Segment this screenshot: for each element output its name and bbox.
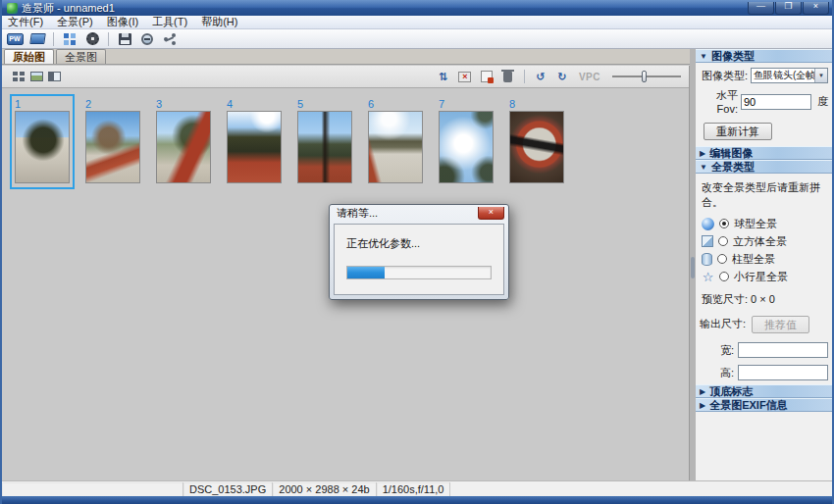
grid-view-button[interactable] [10,70,27,84]
thumbnail-photo[interactable] [509,111,564,183]
height-input[interactable] [738,365,828,380]
thumbnail-photo[interactable] [439,111,494,183]
app-window: 造景师 - unnamed1 — ❐ × 文件(F) 全景(P) 图像(I) 工… [0,0,834,504]
maximize-button[interactable]: ❐ [775,2,802,15]
trash-icon [503,72,512,82]
section-header-exif[interactable]: ▶ 全景图EXIF信息 [696,398,832,412]
thumbnail-item[interactable]: 2 [80,94,145,189]
settings-button[interactable] [82,30,102,47]
radio-spherical[interactable] [719,219,729,228]
thumbnail-item[interactable]: 1 [10,94,75,189]
thumbnail-photo[interactable] [227,111,282,183]
share-icon [164,33,176,45]
section-header-edit-image[interactable]: ▶ 编辑图像 [696,146,832,160]
collapse-arrow-icon: ▶ [700,387,705,396]
thumbnail-item[interactable]: 8 [504,94,569,189]
remove-image-button[interactable]: × [456,70,474,84]
menu-help[interactable]: 帮助(H) [201,15,237,29]
menu-tools[interactable]: 工具(T) [152,15,187,29]
preview-button[interactable] [137,30,157,47]
delete-all-button[interactable] [499,70,517,84]
dialog-title-bar[interactable]: 请稍等... × [330,205,508,222]
thumbnail-item[interactable]: 7 [434,94,498,189]
image-type-label: 图像类型: [700,69,748,83]
open-project-button[interactable] [27,30,47,47]
close-icon: × [813,2,818,11]
stitch-button[interactable] [60,30,79,47]
output-size-label: 输出尺寸: [700,317,746,331]
section-header-image-type[interactable]: ▼ 图像类型 [696,49,832,63]
dialog-close-button[interactable]: × [478,207,504,220]
share-button[interactable] [160,30,180,47]
thumbnail-item[interactable]: 4 [222,94,287,189]
slider-handle[interactable] [642,71,647,82]
option-spherical[interactable]: 球型全景 [700,216,828,231]
close-button[interactable]: × [803,2,829,15]
collapse-arrow-icon: ▼ [700,52,707,61]
width-input[interactable] [738,342,828,358]
recalculate-button[interactable]: 重新计算 [704,123,772,140]
collapse-arrow-icon: ▶ [700,401,705,410]
window-title: 造景师 - unnamed1 [22,1,115,16]
thumbnail-number: 4 [227,98,282,111]
thumbnail-item[interactable]: 3 [151,94,216,189]
thumbnail-toolbar: ⇅ × ↺ ↻ VPC [2,66,689,88]
image-type-section: 图像类型: 鱼眼镜头(全帧图) ▼ 水平Fov: 度 重新计算 [696,63,832,146]
image-type-select[interactable]: 鱼眼镜头(全帧图) ▼ [751,68,828,83]
thumbnail-item[interactable]: 6 [363,94,428,189]
thumbnail-number: 1 [15,98,70,111]
dialog-message: 正在优化参数... [335,225,503,251]
option-cylindrical[interactable]: 柱型全景 [700,251,828,267]
progress-bar [346,266,492,279]
thumbnail-item[interactable]: 5 [292,94,357,189]
section-header-pano-type[interactable]: ▼ 全景类型 [696,160,832,174]
toolbar-separator [108,32,109,46]
thumbnail-number: 2 [85,98,140,111]
fov-input[interactable] [741,94,811,110]
image-view-icon [30,72,43,81]
option-cubic[interactable]: 立方体全景 [700,233,828,249]
radio-cylindrical[interactable] [717,254,727,264]
add-image-button[interactable] [478,70,495,84]
app-icon [7,3,18,14]
image-view-button[interactable] [27,70,45,84]
tab-panorama[interactable]: 全景图 [56,49,106,64]
vpc-label: VPC [579,72,600,82]
zoom-out-icon [141,33,153,45]
menu-file[interactable]: 文件(F) [8,15,43,29]
thumbnail-photo[interactable] [85,111,140,183]
menu-image[interactable]: 图像(I) [107,15,138,29]
tab-original-images[interactable]: 原始图 [4,49,54,64]
save-icon [119,33,131,45]
minimize-button[interactable]: — [748,2,774,15]
thumbnail-zoom-slider[interactable] [612,70,681,83]
sort-images-button[interactable]: ⇅ [435,70,452,84]
thumbnail-photo[interactable] [15,111,70,183]
preview-size-label: 预览尺寸: 0 × 0 [700,286,828,309]
minimize-icon: — [756,2,765,11]
thumbnail-photo[interactable] [368,111,423,183]
star-icon: ☆ [702,271,714,283]
rotate-ccw-button[interactable]: ↺ [532,70,549,84]
radio-cubic[interactable] [718,236,728,246]
option-little-planet[interactable]: ☆ 小行星全景 [700,269,828,284]
pano-type-hint: 改变全景类型后请重新拼合。 [700,178,828,216]
split-view-button[interactable] [45,70,63,84]
thumbnail-number: 5 [297,98,352,111]
new-project-button[interactable]: PW [5,30,25,47]
save-button[interactable] [115,30,134,47]
recommended-size-button[interactable]: 推荐值 [752,316,809,333]
thumbnail-photo[interactable] [297,111,352,183]
grid-view-icon [13,72,25,81]
section-header-logo[interactable]: ▶ 顶底标志 [696,384,832,398]
stitch-icon [64,33,76,45]
toolbar-separator [53,32,54,46]
gear-icon [86,32,99,45]
radio-little-planet[interactable] [719,272,729,281]
chevron-down-icon[interactable]: ▼ [814,69,827,82]
thumbnail-photo[interactable] [156,111,211,183]
maximize-icon: ❐ [784,2,792,11]
rotate-cw-button[interactable]: ↻ [553,70,571,84]
status-spacer [2,482,183,496]
menu-panorama[interactable]: 全景(P) [57,15,93,29]
